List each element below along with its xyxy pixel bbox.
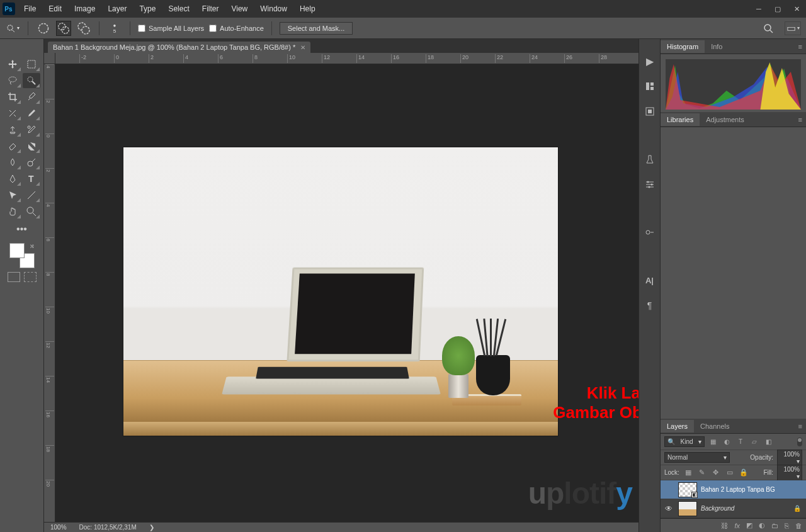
filter-adjust-icon[interactable]: ◐	[721, 436, 732, 448]
tab-layers[interactable]: Layers	[661, 420, 694, 433]
line-tool[interactable]	[23, 188, 40, 203]
lock-transparent-icon[interactable]: ▦	[683, 468, 693, 478]
pen-tool[interactable]	[4, 171, 21, 186]
panel-menu-icon[interactable]: ≡	[798, 422, 802, 430]
new-selection-icon[interactable]	[36, 21, 51, 36]
minimize-button[interactable]: ─	[749, 2, 768, 16]
close-button[interactable]: ✕	[787, 2, 806, 16]
document-tab[interactable]: Bahan 1 Background Meja.jpg @ 100% (Baha…	[48, 42, 310, 53]
healing-brush-tool[interactable]	[4, 106, 21, 121]
layer-name[interactable]: Bahan 2 Laptop Tanpa BG	[701, 486, 803, 493]
tab-histogram[interactable]: Histogram	[661, 40, 705, 53]
select-and-mask-button[interactable]: Select and Mask...	[280, 22, 353, 35]
search-icon[interactable]	[761, 21, 776, 36]
link-layers-icon[interactable]: ⛓	[721, 522, 728, 529]
brush-size-picker[interactable]: ●5	[107, 20, 122, 37]
character-panel-icon[interactable]: A|	[643, 273, 657, 287]
delete-layer-icon[interactable]: 🗑	[795, 522, 802, 529]
menu-image[interactable]: Image	[68, 1, 101, 17]
paragraph-panel-icon[interactable]: ¶	[643, 298, 657, 312]
edit-toolbar[interactable]: •••	[13, 222, 31, 237]
quick-selection-tool[interactable]	[23, 73, 40, 88]
tab-channels[interactable]: Channels	[694, 420, 735, 433]
swap-colors-icon[interactable]: ⤭	[30, 243, 35, 249]
menu-layer[interactable]: Layer	[101, 1, 133, 17]
adjustment-layer-icon[interactable]: ◐	[759, 521, 765, 529]
layer-visibility-icon[interactable]: 👁	[663, 504, 674, 513]
close-tab-icon[interactable]: ✕	[300, 44, 305, 51]
layer-row[interactable]: 👁Background🔒	[661, 499, 806, 518]
properties-panel-icon[interactable]	[643, 79, 657, 93]
eraser-tool[interactable]	[4, 139, 21, 154]
blend-mode-select[interactable]: Normal▾	[664, 452, 730, 463]
doc-size[interactable]: Doc: 1012,5K/2,31M	[79, 524, 137, 531]
menu-help[interactable]: Help	[293, 1, 322, 17]
dodge-tool[interactable]	[23, 155, 40, 170]
lock-position-icon[interactable]: ✥	[711, 468, 721, 478]
lock-image-icon[interactable]: ✎	[697, 468, 707, 478]
subtract-selection-icon[interactable]	[76, 21, 91, 36]
hand-tool[interactable]	[4, 204, 21, 219]
opacity-value[interactable]: 100% ▾	[777, 450, 802, 466]
maximize-button[interactable]: ▢	[768, 2, 787, 16]
auto-enhance-checkbox[interactable]: Auto-Enhance	[209, 25, 264, 32]
type-tool[interactable]: T	[23, 171, 40, 186]
zoom-level[interactable]: 100%	[50, 524, 67, 531]
filter-smart-icon[interactable]: ◧	[763, 436, 774, 448]
layer-filter-kind[interactable]: 🔍 Kind ▾	[664, 436, 705, 447]
tab-libraries[interactable]: Libraries	[661, 113, 700, 126]
filter-toggle[interactable]	[797, 438, 802, 446]
lasso-tool[interactable]	[4, 73, 21, 88]
color-swatches[interactable]: ⤭	[9, 243, 35, 268]
marquee-tool[interactable]	[23, 57, 40, 72]
layer-name[interactable]: Background	[701, 505, 790, 512]
status-caret-icon[interactable]: ❯	[149, 524, 154, 531]
foreground-color[interactable]	[9, 243, 25, 258]
menu-select[interactable]: Select	[162, 1, 195, 17]
new-layer-icon[interactable]: ⎘	[785, 522, 789, 529]
menu-type[interactable]: Type	[133, 1, 162, 17]
workspace-switcher[interactable]: ▭▾	[785, 21, 801, 35]
ruler-horizontal[interactable]: -20246810121416182022242628	[55, 53, 639, 64]
zoom-tool[interactable]	[23, 204, 40, 219]
tab-info[interactable]: Info	[705, 40, 729, 53]
actions-panel-icon[interactable]: ▶	[643, 54, 657, 68]
filter-pixel-icon[interactable]: ▦	[707, 436, 718, 448]
menu-edit[interactable]: Edit	[42, 1, 68, 17]
filter-type-icon[interactable]: T	[735, 436, 746, 448]
menu-file[interactable]: File	[18, 1, 42, 17]
move-tool[interactable]	[4, 57, 21, 72]
clone-stamp-tool[interactable]	[4, 122, 21, 137]
panel-menu-icon[interactable]: ≡	[798, 116, 802, 123]
panel-menu-icon[interactable]: ≡	[798, 43, 802, 50]
path-selection-tool[interactable]	[4, 188, 21, 203]
gradient-tool[interactable]	[23, 139, 40, 154]
menu-window[interactable]: Window	[254, 1, 293, 17]
sample-all-layers-checkbox[interactable]: Sample All Layers	[138, 25, 204, 32]
layer-thumbnail[interactable]: ◧	[678, 482, 697, 497]
styles-panel-icon[interactable]	[643, 105, 657, 118]
blur-tool[interactable]	[4, 155, 21, 170]
brush-settings-icon[interactable]	[643, 178, 657, 191]
add-selection-icon[interactable]	[56, 21, 71, 36]
lock-artboard-icon[interactable]: ▭	[725, 468, 735, 478]
layer-mask-icon[interactable]: ◩	[746, 521, 752, 529]
layer-thumbnail[interactable]	[678, 501, 697, 516]
fill-value[interactable]: 100% ▾	[777, 465, 802, 481]
layer-fx-icon[interactable]: fx	[734, 522, 740, 529]
ruler-vertical[interactable]: 4202468101214161820	[44, 64, 55, 522]
current-tool-icon[interactable]: ▾	[5, 21, 20, 36]
filter-shape-icon[interactable]: ▱	[749, 436, 760, 448]
history-brush-tool[interactable]	[23, 122, 40, 137]
layer-row[interactable]: ◧Bahan 2 Laptop Tanpa BG	[661, 480, 806, 499]
menu-filter[interactable]: Filter	[196, 1, 225, 17]
crop-tool[interactable]	[4, 89, 21, 105]
menu-view[interactable]: View	[225, 1, 254, 17]
ruler-origin[interactable]	[44, 53, 55, 64]
brushes-panel-icon[interactable]	[643, 152, 657, 166]
quick-mask-toggle[interactable]	[8, 272, 37, 282]
canvas[interactable]: Klik Layer Gambar Objek uplotify	[55, 64, 639, 522]
layer-group-icon[interactable]: 🗀	[771, 522, 778, 529]
eyedropper-tool[interactable]	[23, 89, 40, 105]
brush-tool[interactable]	[23, 106, 40, 121]
